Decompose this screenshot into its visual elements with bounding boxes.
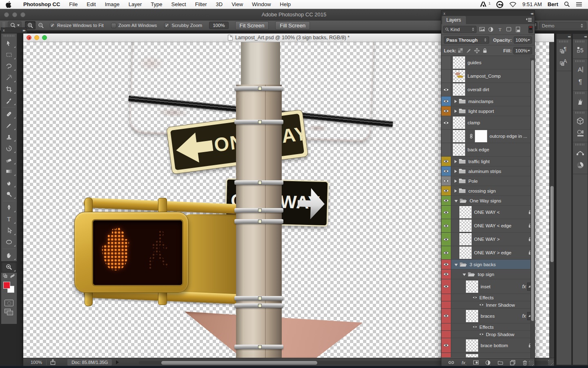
layer-row-body[interactable]: aluminum strips [451,166,535,176]
layer-row-body[interactable]: outcrop edge in ... [451,130,535,143]
layer-row[interactable]: outcrop edge in ... [441,130,535,143]
layer-thumbnail[interactable] [453,56,465,69]
checkbox-icon[interactable]: ✓ [50,23,55,28]
layer-thumbnail[interactable] [466,354,478,358]
status-zoom-field[interactable]: 100% [23,360,46,365]
filter-toggle-icon[interactable] [528,26,533,33]
path-select-tool[interactable] [1,225,17,236]
layer-row-body[interactable]: overall dirt [451,83,535,96]
pixel-filter-icon[interactable] [477,26,486,33]
layer-row[interactable]: guides [441,56,535,70]
layer-row[interactable]: Effects [441,294,535,301]
default-colors-icon[interactable] [3,274,8,278]
layer-row[interactable]: ONE WAY > edge [441,246,535,260]
layer-mask-thumbnail[interactable] [475,130,487,142]
layer-thumbnail[interactable] [459,206,472,218]
layers-scroll-thumb[interactable] [531,60,534,321]
menubar-clock[interactable]: 9:51 AM [522,1,542,7]
lasso-tool[interactable] [1,61,17,72]
layer-visibility-toggle[interactable] [441,323,451,330]
vertical-scrollbar[interactable] [549,42,554,358]
menu-item-help[interactable]: Help [275,1,295,7]
dodge-tool[interactable] [1,188,17,200]
trash-icon[interactable] [521,359,529,366]
tools-close-icon[interactable]: x [1,28,5,32]
notification-center-icon[interactable] [576,2,582,7]
layer-visibility-toggle[interactable] [441,106,451,116]
smudge-tool[interactable] [1,177,17,188]
layer-row[interactable]: light support [441,106,535,116]
layer-row-body[interactable] [451,353,535,357]
layer-visibility-toggle[interactable] [441,301,451,308]
wifi-icon[interactable] [509,2,517,7]
new-layer-icon[interactable] [508,359,517,366]
layer-visibility-toggle[interactable] [441,294,451,301]
layer-row-body[interactable]: insetfx [451,279,535,294]
lock-position-icon[interactable] [473,47,481,54]
group-expand-icon[interactable] [454,170,457,173]
menu-item-file[interactable]: File [65,1,82,7]
layer-row-body[interactable]: ONE WAY < [451,206,535,219]
type-filter-icon[interactable]: T [495,26,504,33]
effect-visibility-icon[interactable] [479,303,484,307]
brush-presets-icon[interactable] [573,95,588,108]
layer-row-body[interactable]: top sign [451,269,535,279]
layer-row[interactable]: One Way signs [441,196,535,206]
layer-row-body[interactable]: crossing sign [451,186,535,195]
layer-row[interactable]: brace bottom [441,338,535,353]
smart-object-filter-icon[interactable] [513,26,522,33]
layer-row-body[interactable]: ONE WAY > [451,233,535,246]
threed-materials-icon[interactable] [573,127,588,139]
panel-grip[interactable] [575,92,585,94]
layer-visibility-toggle[interactable] [441,279,451,294]
fx-badge[interactable]: fx [522,284,526,289]
checkbox-zoom-all-windows[interactable]: Zoom All Windows [111,23,157,28]
layer-row-body[interactable]: Inner Shadow [451,301,535,308]
layer-row[interactable]: mainclamps [441,96,535,106]
status-arrow-icon[interactable] [116,360,119,364]
opacity-select[interactable]: 100% [514,36,532,44]
layer-visibility-toggle[interactable] [441,353,451,357]
rail-right-collapse-icon[interactable]: ◂◂ [573,34,588,39]
clone-stamp-tool[interactable] [1,131,17,143]
layer-row[interactable]: ONE WAY > [441,233,535,246]
panel-grip[interactable] [575,40,585,43]
window-controls[interactable] [4,12,25,17]
group-expand-icon[interactable] [454,160,457,163]
layer-row-body[interactable]: Drop Shadow [451,331,535,338]
layer-visibility-toggle[interactable] [441,157,451,166]
menu-item-filter[interactable]: Filter [191,1,212,7]
blend-mode-select[interactable]: Pass Through [444,36,489,44]
menu-item-window[interactable]: Window [247,1,275,7]
layer-row-body[interactable]: guides [451,56,535,69]
layer-visibility-toggle[interactable] [441,233,451,246]
layer-visibility-toggle[interactable] [441,56,451,69]
layer-thumbnail[interactable] [459,247,472,259]
layer-row[interactable]: 3 sign backs [441,260,535,269]
menu-item-3d[interactable]: 3D [212,1,227,7]
menubar-user[interactable]: Bert [548,1,558,7]
layer-row-body[interactable]: light support [451,106,535,116]
eyedropper-tool[interactable] [1,95,17,106]
eraser-tool[interactable] [1,154,17,166]
layer-row-body[interactable]: clamp [451,116,535,129]
layer-thumbnail[interactable] [466,339,478,352]
layer-row-body[interactable]: back edge [451,143,535,156]
layer-visibility-toggle[interactable] [441,166,451,176]
checkbox-icon[interactable]: ✓ [164,23,169,28]
layer-row-body[interactable]: Lampost_Comp [451,70,535,83]
menu-item-type[interactable]: Type [146,1,167,7]
checkbox-scrubby-zoom[interactable]: ✓Scrubby Zoom [164,23,202,28]
layer-row[interactable]: crossing sign [441,186,535,196]
panel-menu-icon[interactable] [526,18,532,22]
glyphs-icon[interactable]: 5 [573,44,588,56]
panel-grip[interactable] [559,40,569,43]
brush-tool[interactable] [1,120,17,131]
layer-visibility-toggle[interactable] [441,70,451,83]
layer-visibility-toggle[interactable] [441,206,451,219]
panel-grip[interactable] [575,112,585,114]
paths-icon[interactable] [573,147,588,159]
workspace-select[interactable]: Demo [539,22,586,29]
layer-row[interactable]: insetfx [441,279,535,294]
layer-visibility-toggle[interactable] [441,83,451,96]
